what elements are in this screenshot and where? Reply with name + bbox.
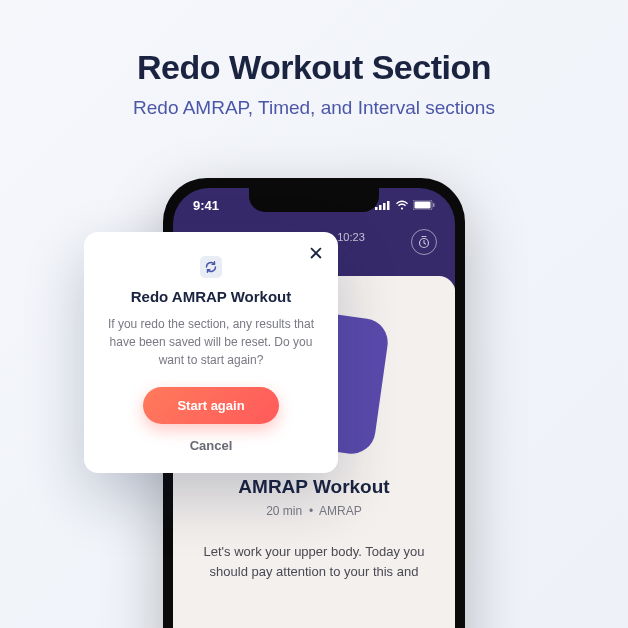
hero-section: Redo Workout Section Redo AMRAP, Timed, …	[0, 0, 628, 119]
status-icons	[375, 198, 435, 213]
workout-description: Let's work your upper body. Today you sh…	[195, 542, 433, 581]
svg-rect-6	[433, 203, 435, 207]
workout-duration: 20 min	[266, 504, 302, 518]
workout-title: AMRAP Workout	[195, 476, 433, 498]
workout-type: AMRAP	[319, 504, 362, 518]
modal-body: If you redo the section, any results tha…	[104, 315, 318, 369]
svg-rect-1	[379, 205, 382, 210]
close-icon[interactable]: ✕	[308, 244, 324, 263]
status-time: 9:41	[193, 198, 219, 213]
svg-rect-3	[387, 201, 390, 210]
hero-title: Redo Workout Section	[0, 48, 628, 87]
header-time: 10:23	[337, 231, 365, 243]
battery-icon	[413, 198, 435, 213]
svg-rect-5	[415, 202, 431, 209]
phone-notch	[249, 188, 379, 212]
modal-title: Redo AMRAP Workout	[104, 288, 318, 305]
workout-meta: 20 min • AMRAP	[195, 504, 433, 518]
start-again-button[interactable]: Start again	[143, 387, 279, 424]
timer-button[interactable]	[411, 229, 437, 255]
svg-rect-2	[383, 203, 386, 210]
svg-rect-0	[375, 207, 378, 210]
hero-subtitle: Redo AMRAP, Timed, and Interval sections	[0, 97, 628, 119]
wifi-icon	[395, 198, 409, 213]
redo-modal: ✕ Redo AMRAP Workout If you redo the sec…	[84, 232, 338, 473]
meta-separator: •	[309, 504, 313, 518]
redo-icon	[200, 256, 222, 278]
cancel-button[interactable]: Cancel	[104, 438, 318, 453]
